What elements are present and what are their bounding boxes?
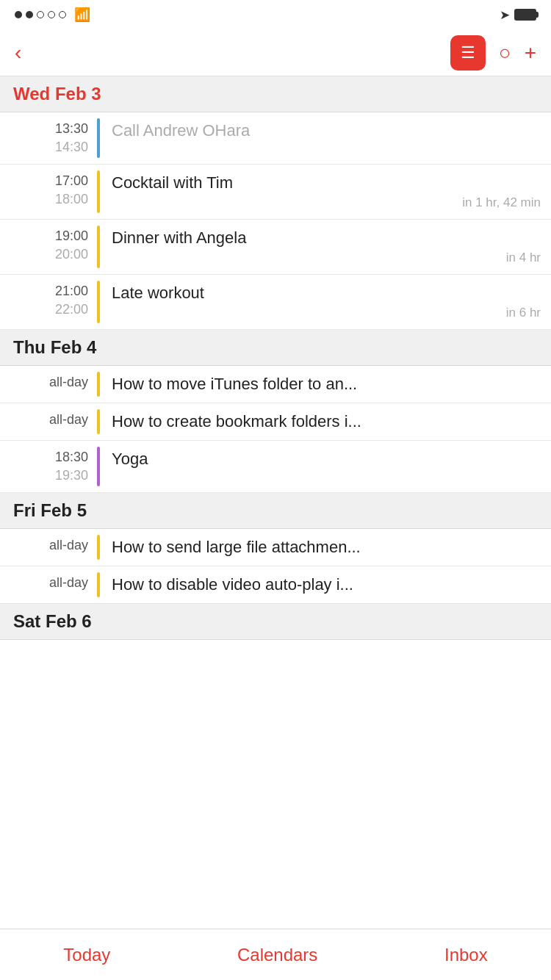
event-time-col: all-day	[0, 529, 96, 566]
signal-dot-2	[26, 11, 33, 18]
event-color-bar	[97, 118, 100, 158]
add-button[interactable]: +	[525, 41, 536, 65]
event-bar-col	[96, 366, 101, 403]
event-subtitle: in 1 hr, 42 min	[112, 195, 541, 210]
event-row[interactable]: all-dayHow to move iTunes folder to an..…	[0, 366, 551, 403]
event-row[interactable]: all-dayHow to send large file attachmen.…	[0, 529, 551, 566]
event-title: How to send large file attachmen...	[112, 538, 541, 557]
status-left: 📶	[15, 7, 90, 23]
signal-dot-3	[37, 11, 44, 18]
event-start-time: 19:00	[55, 228, 88, 244]
event-row[interactable]: 19:0020:00Dinner with Angelain 4 hr	[0, 220, 551, 275]
event-start-time: all-day	[49, 575, 88, 591]
event-bar-col	[96, 529, 101, 566]
content-area: Wed Feb 313:3014:30Call Andrew OHara17:0…	[0, 76, 551, 691]
event-row[interactable]: 17:0018:00Cocktail with Timin 1 hr, 42 m…	[0, 165, 551, 220]
event-bar-col	[96, 112, 101, 164]
event-start-time: all-day	[49, 538, 88, 553]
event-color-bar	[97, 409, 100, 434]
event-title: How to disable video auto-play i...	[112, 575, 541, 594]
event-start-time: all-day	[49, 375, 88, 390]
event-time-col: 21:0022:00	[0, 275, 96, 329]
event-bar-col	[96, 403, 101, 440]
event-row[interactable]: 13:3014:30Call Andrew OHara	[0, 112, 551, 165]
event-end-time: 20:00	[55, 247, 88, 262]
day-header-3: Sat Feb 6	[0, 604, 551, 640]
chevron-left-icon: ‹	[15, 43, 21, 63]
tab-item-today[interactable]: Today	[63, 945, 110, 965]
event-time-col: 17:0018:00	[0, 165, 96, 219]
event-time-col: all-day	[0, 403, 96, 440]
event-row[interactable]: 18:3019:30Yoga	[0, 441, 551, 493]
event-end-time: 19:30	[55, 468, 88, 483]
status-right: ➤	[500, 7, 536, 23]
event-color-bar	[97, 281, 100, 323]
event-content-col: How to move iTunes folder to an...	[101, 366, 551, 403]
signal-dot-1	[15, 11, 22, 18]
tab-item-calendars[interactable]: Calendars	[237, 945, 317, 965]
day-header-0: Wed Feb 3	[0, 76, 551, 112]
tab-bar: TodayCalendarsInbox	[0, 929, 551, 980]
event-time-col: all-day	[0, 366, 96, 403]
event-time-col: 18:3019:30	[0, 441, 96, 492]
event-content-col: Late workoutin 6 hr	[101, 275, 551, 329]
location-icon: ➤	[500, 7, 510, 23]
event-title: How to create bookmark folders i...	[112, 412, 541, 431]
signal-dot-4	[48, 11, 55, 18]
event-subtitle: in 6 hr	[112, 306, 541, 320]
event-color-bar	[97, 170, 100, 213]
battery-icon	[514, 9, 536, 21]
event-time-col: 13:3014:30	[0, 112, 96, 164]
day-header-2: Fri Feb 5	[0, 493, 551, 529]
event-color-bar	[97, 226, 100, 268]
event-bar-col	[96, 275, 101, 329]
event-end-time: 18:00	[55, 192, 88, 207]
list-icon: ☰	[461, 43, 475, 62]
list-view-button[interactable]: ☰	[450, 35, 486, 71]
event-content-col: Call Andrew OHara	[101, 112, 551, 164]
signal-dot-5	[59, 11, 66, 18]
event-row[interactable]: all-dayHow to disable video auto-play i.…	[0, 566, 551, 604]
event-bar-col	[96, 441, 101, 492]
event-content-col: How to create bookmark folders i...	[101, 403, 551, 440]
event-start-time: all-day	[49, 412, 88, 428]
event-color-bar	[97, 572, 100, 597]
event-row[interactable]: all-dayHow to create bookmark folders i.…	[0, 403, 551, 441]
tab-item-inbox[interactable]: Inbox	[444, 945, 488, 965]
event-color-bar	[97, 535, 100, 560]
day-header-1: Thu Feb 4	[0, 330, 551, 366]
status-bar: 📶 ➤	[0, 0, 551, 29]
event-title: Call Andrew OHara	[112, 121, 541, 140]
event-end-time: 22:00	[55, 302, 88, 317]
event-content-col: How to disable video auto-play i...	[101, 566, 551, 603]
back-button[interactable]: ‹	[15, 43, 24, 63]
wifi-icon: 📶	[74, 7, 90, 23]
event-title: Dinner with Angela	[112, 228, 541, 248]
event-end-time: 14:30	[55, 140, 88, 155]
event-subtitle: in 4 hr	[112, 251, 541, 265]
event-title: Cocktail with Tim	[112, 173, 541, 192]
event-title: Late workout	[112, 284, 541, 303]
nav-actions: ☰ ○ +	[450, 35, 536, 71]
event-color-bar	[97, 447, 100, 486]
event-title: Yoga	[112, 450, 541, 469]
event-content-col: Cocktail with Timin 1 hr, 42 min	[101, 165, 551, 219]
search-button[interactable]: ○	[499, 41, 511, 65]
event-time-col: all-day	[0, 566, 96, 603]
event-start-time: 13:30	[55, 121, 88, 137]
event-bar-col	[96, 220, 101, 274]
event-color-bar	[97, 372, 100, 397]
event-title: How to move iTunes folder to an...	[112, 375, 541, 394]
event-content-col: Dinner with Angelain 4 hr	[101, 220, 551, 274]
event-time-col: 19:0020:00	[0, 220, 96, 274]
event-start-time: 18:30	[55, 450, 88, 465]
nav-header: ‹ ☰ ○ +	[0, 29, 551, 76]
event-bar-col	[96, 165, 101, 219]
event-bar-col	[96, 566, 101, 603]
event-start-time: 21:00	[55, 284, 88, 299]
event-content-col: How to send large file attachmen...	[101, 529, 551, 566]
event-start-time: 17:00	[55, 173, 88, 189]
event-content-col: Yoga	[101, 441, 551, 492]
event-row[interactable]: 21:0022:00Late workoutin 6 hr	[0, 275, 551, 330]
